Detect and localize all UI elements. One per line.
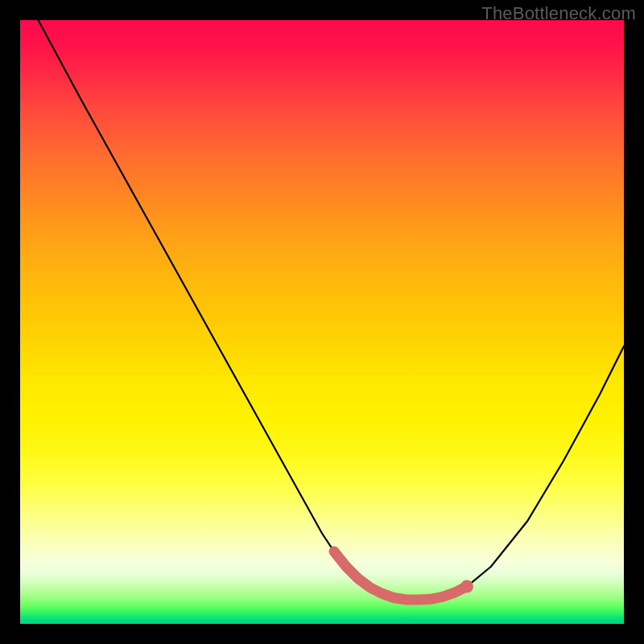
watermark-text: TheBottleneck.com <box>481 3 636 24</box>
chart-frame: TheBottleneck.com <box>0 0 644 644</box>
highlight-end-dot <box>460 580 473 593</box>
curve-layer <box>20 20 624 624</box>
bottleneck-curve <box>39 20 625 600</box>
plot-area <box>20 20 624 624</box>
highlight-band <box>334 551 467 600</box>
